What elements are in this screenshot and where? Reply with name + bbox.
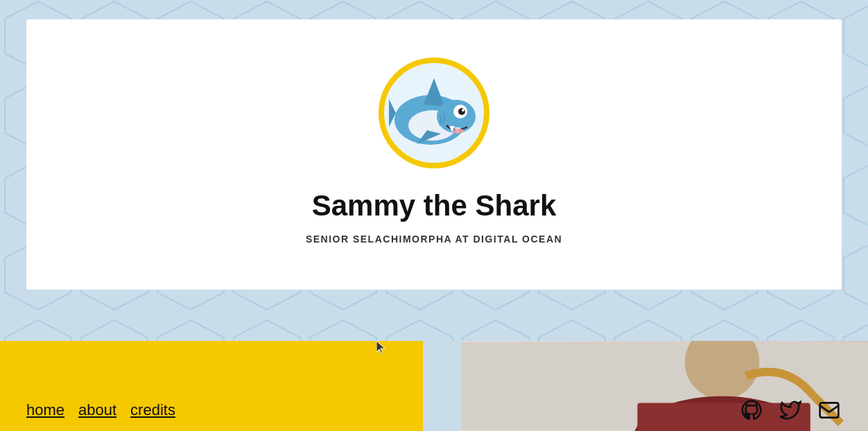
nav-icons bbox=[739, 398, 842, 423]
profile-name: Sammy the Shark bbox=[312, 189, 557, 222]
nav-bar: home about credits bbox=[26, 398, 842, 423]
svg-point-11 bbox=[453, 128, 464, 134]
svg-rect-16 bbox=[820, 403, 839, 417]
nav-link-about[interactable]: about bbox=[78, 401, 116, 419]
avatar bbox=[379, 58, 489, 168]
github-icon[interactable] bbox=[739, 398, 764, 423]
profile-subtitle: SENIOR SELACHIMORPHA AT DIGITAL OCEAN bbox=[306, 234, 562, 245]
nav-link-credits[interactable]: credits bbox=[130, 401, 175, 419]
email-icon[interactable] bbox=[817, 398, 842, 423]
nav-link-home[interactable]: home bbox=[26, 401, 64, 419]
twitter-icon[interactable] bbox=[778, 398, 803, 423]
svg-point-8 bbox=[462, 109, 465, 112]
shark-illustration bbox=[385, 64, 483, 161]
nav-links: home about credits bbox=[26, 401, 175, 419]
svg-point-7 bbox=[458, 108, 465, 115]
profile-card: Sammy the Shark SENIOR SELACHIMORPHA AT … bbox=[26, 19, 842, 290]
svg-marker-2 bbox=[424, 78, 444, 106]
